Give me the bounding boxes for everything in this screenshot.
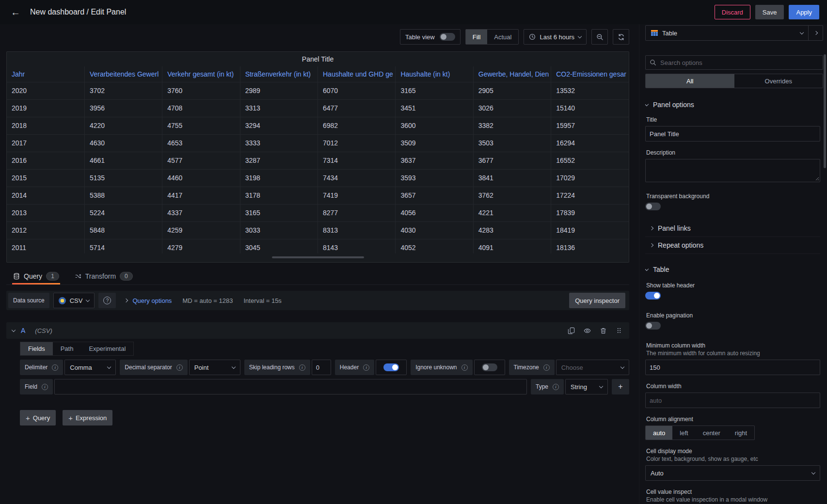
add-query-button[interactable]: Query [20,410,56,425]
tab-query-label: Query [24,272,42,280]
timezone-select[interactable]: Choose [556,360,629,375]
tab-fields[interactable]: Fields [20,342,53,355]
zoom-out-icon [596,33,604,41]
back-arrow-button[interactable] [8,6,23,19]
visualization-select[interactable]: Table [646,26,808,40]
column-header[interactable]: Verkehr gesamt (in kt) [162,66,240,82]
skip-leading-rows-input[interactable] [312,360,331,375]
options-scrollbar[interactable] [824,54,826,168]
table-cell: 2015 [7,169,84,187]
delimiter-select[interactable]: Comma [64,360,116,375]
show-table-header-toggle[interactable] [645,292,661,299]
datasource-picker[interactable]: CSV [53,293,95,308]
table-cell: 2020 [7,82,84,99]
column-header[interactable]: Straßenverkehr (in kt) [240,66,318,82]
table-cell: 3702 [84,82,162,99]
type-label: Type [531,379,564,394]
save-button[interactable]: Save [755,5,784,19]
section-panel-links[interactable]: Panel links [645,220,820,237]
description-input[interactable] [645,159,820,182]
table-cell: 3294 [240,117,318,134]
copy-icon [568,327,575,334]
options-search-input[interactable] [659,59,819,67]
breadcrumb[interactable]: New dashboard / Edit Panel [30,8,126,16]
cell-display-mode-select[interactable]: Auto [645,465,820,481]
alignment-left[interactable]: left [672,426,695,440]
tab-path[interactable]: Path [53,342,81,355]
table-row: 201646614577328773143637367716552 [7,152,629,169]
timezone-label: Timezone [509,360,555,375]
section-repeat-options[interactable]: Repeat options [645,237,820,254]
section-panel-options[interactable]: Panel options [645,101,820,109]
section-table[interactable]: Table [645,266,820,273]
column-header[interactable]: Verarbeitendes Gewerl [84,66,162,82]
topbar-actions: Discard Save Apply [715,5,819,19]
drag-query-handle[interactable] [615,326,623,335]
refresh-button[interactable] [613,29,629,45]
fill-option[interactable]: Fill [466,30,488,44]
hide-query-button[interactable] [583,326,592,335]
table-header-row: JahrVerarbeitendes GewerlVerkehr gesamt … [7,66,629,82]
tab-overrides[interactable]: Overrides [734,74,823,88]
table-panel: Panel Title JahrVerarbeitendes GewerlVer… [6,51,629,263]
table-cell: 2017 [7,134,84,152]
header-toggle[interactable] [383,363,399,371]
table-cell: 3313 [240,99,318,117]
transparent-background-toggle[interactable] [645,203,661,210]
time-range-picker[interactable]: Last 6 hours [524,29,587,45]
table-cell: 3762 [473,187,551,204]
pane-resize-handle[interactable] [272,256,364,258]
table-row: 201352244337316582774056422117839 [7,204,629,221]
type-select[interactable]: String [565,379,608,394]
chevron-down-icon [107,365,111,369]
actual-option[interactable]: Actual [487,30,518,44]
discard-button[interactable]: Discard [715,5,750,19]
tab-query[interactable]: Query 1 [12,268,60,284]
add-expression-button[interactable]: Expression [63,410,112,425]
grafana-edit-panel-app: New dashboard / Edit Panel Discard Save … [0,0,827,504]
chevron-down-icon [599,384,603,388]
query-collapse-chevron[interactable] [12,328,16,332]
info-icon [42,384,48,390]
table-row: 201551354460319874343593384117029 [7,169,629,187]
alignment-auto[interactable]: auto [646,426,672,440]
transform-count-badge: 0 [120,272,133,281]
zoom-out-button[interactable] [591,29,608,45]
collapse-options-pane-button[interactable] [808,26,823,40]
duplicate-query-button[interactable] [567,326,576,335]
panel-title-input[interactable] [645,126,820,142]
add-field-button[interactable] [612,379,629,394]
ignore-unknown-label: Ignore unknown [411,360,472,375]
column-header[interactable]: Haushalte (in kt) [396,66,473,82]
tab-all[interactable]: All [646,74,734,88]
field-input[interactable] [54,379,527,394]
min-column-width-input[interactable] [645,360,820,375]
tab-transform[interactable]: Transform 0 [74,268,134,284]
column-header[interactable]: Jahr [7,66,84,82]
apply-button[interactable]: Apply [789,5,819,19]
column-header[interactable]: Haushalte und GHD ge [318,66,396,82]
ignore-unknown-toggle[interactable] [482,363,497,371]
table-view-label: Table view [405,33,435,41]
column-alignment-label: Column alignment [646,416,820,423]
table-view-toggle[interactable] [440,33,455,41]
info-icon [52,364,58,371]
query-options-expander[interactable]: Query options [125,297,172,304]
table-cell: 3451 [396,99,473,117]
delete-query-button[interactable] [599,326,608,335]
section-table-label: Table [653,266,669,273]
enable-pagination-toggle[interactable] [645,322,661,330]
query-inspector-button[interactable]: Query inspector [569,293,625,308]
decimal-separator-select[interactable]: Point [189,360,240,375]
tab-experimental[interactable]: Experimental [81,342,133,355]
alignment-center[interactable]: center [696,426,728,440]
datasource-help-button[interactable] [98,293,116,308]
column-alignment-group: auto left center right [645,425,755,440]
table-row: 201453884417317874193657376217224 [7,187,629,204]
column-header[interactable]: Gewerbe, Handel, Dien [473,66,551,82]
chevron-right-icon [650,243,653,247]
column-width-input[interactable] [645,393,820,408]
column-header[interactable]: CO2-Emissionen gesar [551,66,629,82]
table-cell: 3677 [473,152,551,169]
alignment-right[interactable]: right [728,426,754,440]
